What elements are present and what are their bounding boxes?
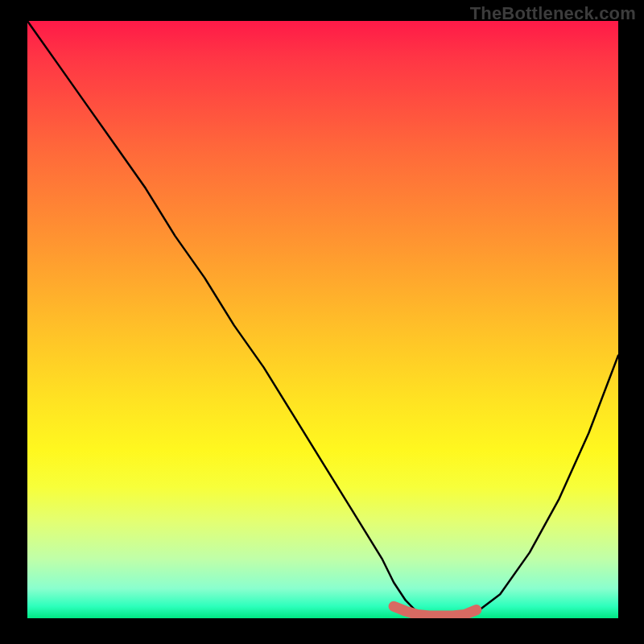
highlight-segment-path xyxy=(394,606,477,616)
chart-frame: TheBottleneck.com xyxy=(0,0,644,644)
curve-svg xyxy=(27,21,618,618)
bottleneck-curve-path xyxy=(27,21,618,618)
plot-area xyxy=(27,21,618,618)
